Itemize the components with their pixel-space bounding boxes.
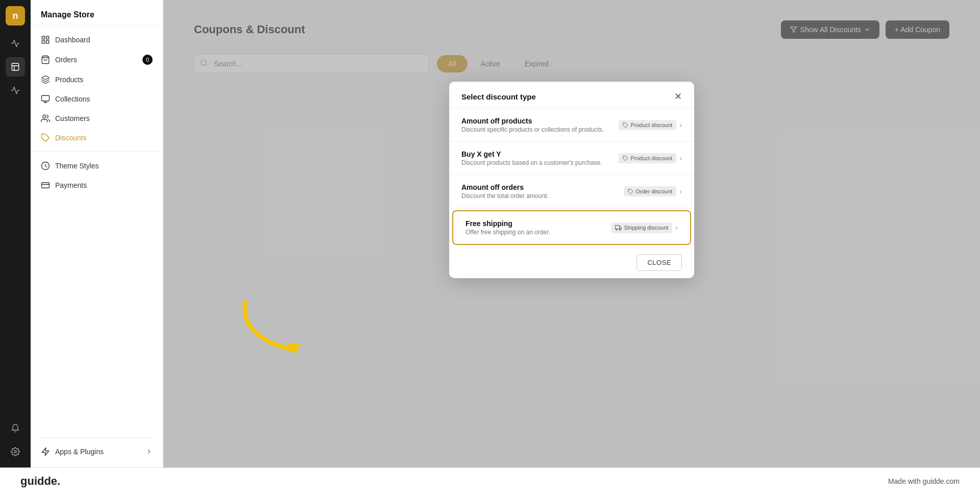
customers-icon <box>41 114 50 123</box>
rail-icon-chart[interactable] <box>6 34 25 53</box>
discount-option-buy-x-get-y[interactable]: Buy X get Y Discount products based on a… <box>449 142 694 175</box>
dashboard-icon <box>41 35 50 44</box>
sidebar-item-label: Discounts <box>55 134 86 142</box>
svg-marker-27 <box>620 227 622 229</box>
option-right: Product discount › <box>619 120 682 130</box>
rail-icon-discounts[interactable] <box>6 57 25 77</box>
sidebar-item-label: Payments <box>55 181 87 189</box>
sidebar-item-label: Theme Styles <box>55 162 99 170</box>
chevron-right-icon: › <box>675 224 678 232</box>
shipping-discount-badge: Shipping discount <box>611 223 672 233</box>
orders-icon <box>41 55 50 64</box>
option-left: Amount off orders Discount the total ord… <box>461 183 549 200</box>
apps-icon <box>41 447 50 456</box>
option-desc: Discount specific products or collection… <box>461 126 604 133</box>
svg-rect-10 <box>42 95 50 101</box>
tag-icon <box>623 122 628 128</box>
truck-icon <box>615 225 622 231</box>
rail-icon-analytics[interactable] <box>6 81 25 100</box>
option-right: Order discount › <box>624 186 682 196</box>
option-left: Amount off products Discount specific pr… <box>461 117 604 133</box>
svg-point-28 <box>616 229 618 230</box>
sidebar-nav: Dashboard Orders 0 Products Collections … <box>31 26 163 427</box>
tag-icon <box>628 189 633 194</box>
svg-point-3 <box>14 451 17 453</box>
theme-icon <box>41 161 50 170</box>
discount-option-amount-off-products[interactable]: Amount off products Discount specific pr… <box>449 109 694 142</box>
svg-rect-7 <box>42 41 44 43</box>
sidebar-item-payments[interactable]: Payments <box>31 176 163 195</box>
product-discount-badge: Product discount <box>619 120 676 130</box>
sidebar-item-apps[interactable]: Apps & Plugins <box>41 442 153 461</box>
svg-point-13 <box>43 115 46 118</box>
order-discount-badge: Order discount <box>624 186 676 196</box>
sidebar-footer: Apps & Plugins <box>31 427 163 467</box>
modal-close-x-button[interactable]: ✕ <box>674 92 682 101</box>
sidebar-item-label: Customers <box>55 114 90 122</box>
discount-option-free-shipping[interactable]: Free shipping Offer free shipping on an … <box>452 210 691 245</box>
option-desc: Discount products based on a customer's … <box>461 159 602 166</box>
chevron-right-icon <box>145 448 153 455</box>
sidebar-item-products[interactable]: Products <box>31 70 163 89</box>
sidebar-item-label: Collections <box>55 95 90 103</box>
sidebar-item-label: Products <box>55 76 83 84</box>
modal-header: Select discount type ✕ <box>449 82 694 109</box>
orders-badge: 0 <box>142 55 153 65</box>
product-discount-badge: Product discount <box>619 153 676 163</box>
select-discount-modal: Select discount type ✕ Amount off produc… <box>449 82 694 278</box>
chevron-right-icon: › <box>679 187 682 195</box>
svg-rect-26 <box>616 225 620 229</box>
option-left: Free shipping Offer free shipping on an … <box>465 219 550 236</box>
svg-marker-9 <box>42 76 50 80</box>
sidebar-item-dashboard[interactable]: Dashboard <box>31 30 163 50</box>
close-modal-button[interactable]: CLOSE <box>636 254 682 271</box>
modal-title: Select discount type <box>461 92 536 101</box>
modal-body: Amount off products Discount specific pr… <box>449 109 694 245</box>
bottom-bar: guidde. Made with guidde.com <box>0 467 980 494</box>
chevron-right-icon: › <box>679 154 682 162</box>
payments-icon <box>41 181 50 190</box>
icon-rail: n <box>0 0 31 467</box>
collections-icon <box>41 94 50 104</box>
svg-point-29 <box>620 229 621 230</box>
sidebar: Manage Store Dashboard Orders 0 Products… <box>31 0 163 467</box>
sidebar-item-theme-styles[interactable]: Theme Styles <box>31 156 163 176</box>
svg-rect-5 <box>46 36 49 39</box>
bottom-bar-tagline: Made with guidde.com <box>888 477 960 485</box>
sidebar-item-collections[interactable]: Collections <box>31 89 163 109</box>
products-icon <box>41 75 50 84</box>
option-name: Buy X get Y <box>461 150 602 158</box>
sidebar-item-discounts[interactable]: Discounts <box>31 128 163 147</box>
discounts-icon <box>41 133 50 142</box>
option-name: Amount off products <box>461 117 604 125</box>
apps-label: Apps & Plugins <box>55 448 104 456</box>
svg-rect-16 <box>42 183 50 188</box>
svg-rect-6 <box>46 41 49 43</box>
modal-footer: CLOSE <box>449 247 694 278</box>
option-name: Amount off orders <box>461 183 549 191</box>
option-right: Product discount › <box>619 153 682 163</box>
rail-icon-bell[interactable] <box>6 418 25 438</box>
option-desc: Discount the total order amount. <box>461 192 549 200</box>
tag-icon <box>623 156 628 161</box>
option-right: Shipping discount › <box>611 223 678 233</box>
sidebar-item-label: Dashboard <box>55 36 90 44</box>
app-logo[interactable]: n <box>6 6 25 26</box>
option-name: Free shipping <box>465 219 550 228</box>
sidebar-item-customers[interactable]: Customers <box>31 109 163 128</box>
sidebar-header: Manage Store <box>31 0 163 26</box>
sidebar-item-label: Orders <box>55 56 77 64</box>
discount-option-amount-off-orders[interactable]: Amount off orders Discount the total ord… <box>449 175 694 208</box>
option-desc: Offer free shipping on an order. <box>465 229 550 236</box>
sidebar-item-orders[interactable]: Orders 0 <box>31 50 163 70</box>
svg-marker-18 <box>42 448 49 456</box>
svg-rect-0 <box>12 63 19 70</box>
chevron-right-icon: › <box>679 121 682 129</box>
guidde-logo: guidde. <box>20 475 60 488</box>
rail-icon-settings[interactable] <box>6 442 25 461</box>
svg-rect-4 <box>42 36 44 39</box>
option-left: Buy X get Y Discount products based on a… <box>461 150 602 166</box>
main-content: Coupons & Discount Show All Discounts + … <box>163 0 980 467</box>
